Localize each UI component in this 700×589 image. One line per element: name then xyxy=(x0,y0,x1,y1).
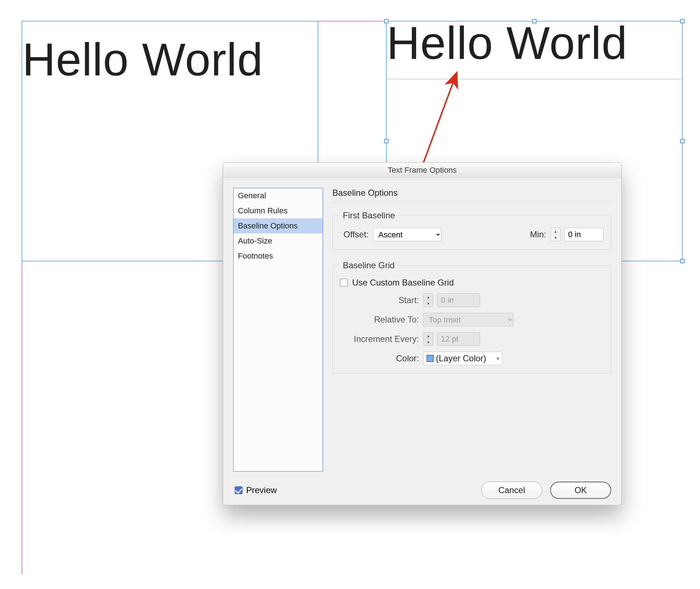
sidebar-item-footnotes[interactable]: Footnotes xyxy=(234,249,323,264)
selection-handle[interactable] xyxy=(384,19,388,23)
dialog-sidebar: General Column Rules Baseline Options Au… xyxy=(233,188,323,472)
baseline-grid-legend: Baseline Grid xyxy=(340,260,397,270)
text-frame-options-dialog: Text Frame Options General Column Rules … xyxy=(223,162,622,505)
use-custom-label: Use Custom Baseline Grid xyxy=(352,278,454,288)
sidebar-item-general[interactable]: General xyxy=(234,188,323,203)
chevron-down-icon: ▾ xyxy=(497,356,499,361)
min-input[interactable] xyxy=(564,228,604,241)
baseline-grid-group: Baseline Grid Use Custom Baseline Grid S… xyxy=(332,260,611,374)
increment-stepper: ▴▾ xyxy=(423,332,433,346)
offset-select[interactable]: Ascent xyxy=(373,228,441,241)
selection-handle[interactable] xyxy=(384,139,388,143)
increment-label: Increment Every: xyxy=(340,334,419,344)
use-custom-checkbox[interactable] xyxy=(340,279,348,287)
left-frame-text: Hello World xyxy=(22,33,263,86)
color-select[interactable]: (Layer Color) ▾ xyxy=(423,352,502,365)
relative-to-label: Relative To: xyxy=(340,315,419,325)
first-baseline-group: First Baseline Offset: Ascent Min: ▴▾ xyxy=(332,210,611,250)
selection-handle[interactable] xyxy=(680,19,685,23)
sidebar-item-auto-size[interactable]: Auto-Size xyxy=(234,233,323,249)
sidebar-item-baseline-options[interactable]: Baseline Options xyxy=(234,218,323,233)
color-value: (Layer Color) xyxy=(436,353,486,363)
preview-label: Preview xyxy=(246,485,277,495)
ok-button[interactable]: OK xyxy=(550,482,611,499)
selection-handle[interactable] xyxy=(680,259,685,263)
increment-input xyxy=(437,332,480,346)
start-input xyxy=(437,293,480,307)
start-stepper: ▴▾ xyxy=(423,293,433,307)
start-label: Start: xyxy=(340,295,419,305)
dialog-footer: Preview Cancel OK xyxy=(223,482,621,509)
relative-to-select: Top Inset xyxy=(423,313,513,326)
color-swatch-icon xyxy=(427,355,434,362)
selection-handle[interactable] xyxy=(680,139,685,143)
cancel-button[interactable]: Cancel xyxy=(481,482,542,499)
selection-handle[interactable] xyxy=(532,19,536,23)
min-stepper[interactable]: ▴▾ xyxy=(551,228,561,241)
preview-checkbox[interactable] xyxy=(235,486,243,494)
right-frame-text: Hello World xyxy=(387,17,627,69)
sidebar-item-column-rules[interactable]: Column Rules xyxy=(234,203,323,218)
color-label: Color: xyxy=(340,353,419,363)
offset-label: Offset: xyxy=(340,229,369,240)
panel-title: Baseline Options xyxy=(332,188,611,202)
first-baseline-legend: First Baseline xyxy=(340,210,398,221)
min-label: Min: xyxy=(530,229,546,240)
dialog-body: General Column Rules Baseline Options Au… xyxy=(223,178,621,482)
dialog-panel: Baseline Options First Baseline Offset: … xyxy=(332,188,611,472)
dialog-title: Text Frame Options xyxy=(223,163,621,178)
